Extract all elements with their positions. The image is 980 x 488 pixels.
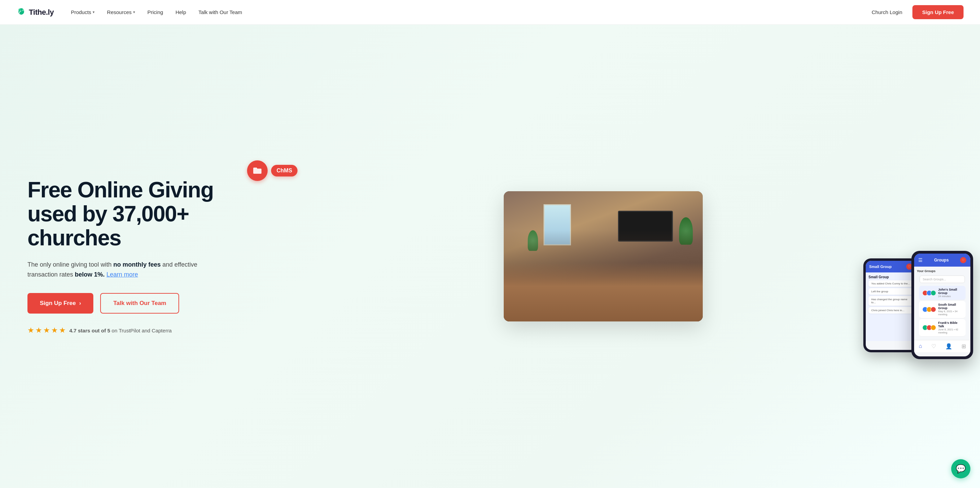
- nav-resources[interactable]: Resources ▾: [102, 6, 140, 18]
- phone-home-icon[interactable]: ⌂: [919, 343, 922, 350]
- phone-header-secondary: Small Group ♡: [866, 261, 916, 273]
- phone-mockup-secondary: Small Group ♡ Small Group You added Chri…: [863, 258, 918, 352]
- phone-content-secondary: Small Group You added Chris Cunny to the…: [866, 273, 916, 341]
- group-3-info: Frank's Bible Talk June 8, 2021 • 42 mee…: [938, 321, 962, 334]
- phone-search-field[interactable]: Search Groups...: [920, 276, 965, 283]
- group-1-avatars: [922, 290, 936, 296]
- hero-video: [504, 191, 703, 322]
- products-chevron-icon: ▾: [93, 10, 95, 14]
- phone-small-group-title: Small Group: [869, 265, 906, 269]
- nav-links: Products ▾ Resources ▾ Pricing Help Talk…: [66, 6, 247, 18]
- hero-left: Free Online Giving used by 37,000+ churc…: [27, 178, 226, 335]
- rating-text: 4.7 stars out of 5 on TrustPilot and Cap…: [69, 328, 172, 333]
- church-login-link[interactable]: Church Login: [867, 6, 907, 18]
- logo-leaf-icon: [16, 8, 26, 17]
- phone-body: Your Groups Search Groups... John's Smal…: [914, 267, 970, 340]
- hero-team-button[interactable]: Talk with Our Team: [100, 293, 179, 314]
- group-3-name: Frank's Bible Talk: [938, 321, 962, 328]
- hero-title: Free Online Giving used by 37,000+ churc…: [27, 178, 226, 250]
- navbar: Tithe.ly Products ▾ Resources ▾ Pricing …: [0, 0, 980, 25]
- phone-screen-primary: ☰ Groups ♡ Your Groups Search Groups...: [914, 254, 970, 356]
- star-5-icon: ★: [59, 326, 66, 335]
- phone-menu-icon: ☰: [918, 257, 923, 263]
- group-3-avatars: [922, 325, 936, 330]
- group-1-sub: 24 minutes: [938, 295, 962, 298]
- phone-grid-icon[interactable]: ⊞: [961, 343, 966, 350]
- hero-right: ChMS Small Group ♡: [254, 167, 953, 345]
- phone-bottom-nav: ⌂ ♡ 👤 ⊞: [914, 340, 970, 352]
- navbar-right: Church Login Sign Up Free: [867, 5, 964, 19]
- phone-people-icon[interactable]: 👤: [945, 343, 952, 350]
- hero-signup-button[interactable]: Sign Up Free ›: [27, 293, 93, 314]
- star-3-icon: ★: [43, 326, 50, 335]
- phone-screen-secondary: Small Group ♡ Small Group You added Chri…: [866, 261, 916, 350]
- group-item-3[interactable]: Frank's Bible Talk June 8, 2021 • 42 mee…: [919, 319, 966, 336]
- chms-folder-icon: [247, 160, 268, 181]
- phone-header-primary: ☰ Groups ♡: [914, 254, 970, 267]
- hero-description: The only online giving tool with no mont…: [27, 260, 226, 280]
- group-2-sub: May 8, 2021 • 34 meeting: [938, 310, 962, 316]
- star-2-icon: ★: [35, 326, 42, 335]
- group-1-name: John's Small Group: [938, 288, 962, 295]
- chat-message-4: Chris joined Chris here in...: [869, 307, 913, 314]
- star-4-icon: ★: [51, 326, 58, 335]
- nav-talk-with-team[interactable]: Talk with Our Team: [194, 6, 247, 18]
- nav-help[interactable]: Help: [170, 6, 191, 18]
- hero-buttons: Sign Up Free › Talk with Our Team: [27, 293, 226, 314]
- resources-chevron-icon: ▾: [133, 10, 135, 14]
- chat-message-3: Has changed the group name to...: [869, 296, 913, 306]
- group-item-1[interactable]: John's Small Group 24 minutes: [919, 286, 966, 300]
- star-1-icon: ★: [27, 326, 34, 335]
- your-groups-label: Your Groups: [917, 269, 968, 273]
- phone-groups-title: Groups: [934, 258, 949, 263]
- nav-products[interactable]: Products ▾: [66, 6, 100, 18]
- logo[interactable]: Tithe.ly: [16, 8, 54, 17]
- avatar-3: [931, 290, 936, 296]
- nav-signup-button[interactable]: Sign Up Free: [912, 5, 964, 19]
- phone-heart-nav-icon[interactable]: ♡: [931, 343, 936, 350]
- stars-rating: ★ ★ ★ ★ ★ 4.7 stars out of 5 on TrustPil…: [27, 326, 226, 335]
- chat-widget-icon: 💬: [956, 464, 966, 474]
- small-group-label: Small Group: [869, 275, 913, 279]
- chms-badge: ChMS: [247, 160, 298, 181]
- star-icons: ★ ★ ★ ★ ★: [27, 326, 66, 335]
- svg-point-1: [22, 9, 24, 11]
- group-item-2[interactable]: South Small Group May 8, 2021 • 34 meeti…: [919, 301, 966, 318]
- learn-more-link[interactable]: Learn more: [107, 271, 138, 278]
- avatar-9: [931, 325, 936, 330]
- svg-point-0: [19, 9, 21, 11]
- arrow-right-icon: ›: [79, 300, 81, 306]
- chat-message-1: You added Chris Cunny to the...: [869, 280, 913, 287]
- group-2-info: South Small Group May 8, 2021 • 34 meeti…: [938, 303, 962, 316]
- chat-message-2: Left the group: [869, 288, 913, 295]
- group-3-sub: June 8, 2021 • 42 meeting: [938, 328, 962, 334]
- chat-widget[interactable]: 💬: [951, 459, 970, 478]
- video-background: [504, 191, 703, 322]
- avatar-6: [931, 307, 936, 312]
- chms-label: ChMS: [271, 165, 298, 176]
- group-2-avatars: [922, 307, 936, 312]
- nav-pricing[interactable]: Pricing: [143, 6, 168, 18]
- hero-section: Free Online Giving used by 37,000+ churc…: [0, 25, 980, 488]
- phone-mockup-primary: ☰ Groups ♡ Your Groups Search Groups...: [912, 251, 973, 359]
- logo-text: Tithe.ly: [29, 8, 54, 17]
- navbar-left: Tithe.ly Products ▾ Resources ▾ Pricing …: [16, 6, 247, 18]
- group-2-name: South Small Group: [938, 303, 962, 310]
- phone-heart-icon: ♡: [960, 257, 966, 263]
- group-1-info: John's Small Group 24 minutes: [938, 288, 962, 298]
- couch-decoration: [504, 263, 703, 322]
